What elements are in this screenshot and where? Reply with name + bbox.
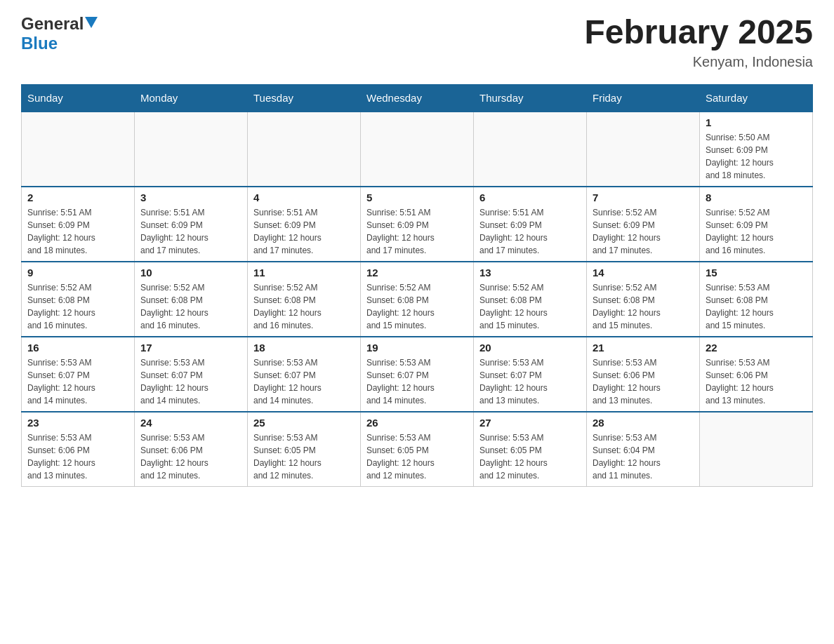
day-number: 10 [140, 267, 241, 279]
day-info: Sunrise: 5:52 AMSunset: 6:08 PMDaylight:… [140, 281, 241, 332]
day-info: Sunrise: 5:53 AMSunset: 6:06 PMDaylight:… [140, 431, 241, 482]
calendar-cell: 1Sunrise: 5:50 AMSunset: 6:09 PMDaylight… [700, 112, 813, 187]
calendar-cell [135, 112, 248, 187]
logo-blue-text: Blue [21, 34, 58, 53]
day-info: Sunrise: 5:53 AMSunset: 6:07 PMDaylight:… [479, 356, 581, 407]
day-info: Sunrise: 5:52 AMSunset: 6:09 PMDaylight:… [706, 206, 807, 257]
day-info: Sunrise: 5:53 AMSunset: 6:07 PMDaylight:… [27, 356, 128, 407]
calendar-cell: 25Sunrise: 5:53 AMSunset: 6:05 PMDayligh… [248, 412, 361, 487]
day-number: 15 [706, 267, 807, 279]
day-info: Sunrise: 5:52 AMSunset: 6:09 PMDaylight:… [593, 206, 694, 257]
day-info: Sunrise: 5:53 AMSunset: 6:06 PMDaylight:… [27, 431, 128, 482]
day-number: 20 [479, 342, 581, 354]
column-header-wednesday: Wednesday [361, 84, 474, 112]
day-info: Sunrise: 5:53 AMSunset: 6:06 PMDaylight:… [593, 356, 694, 407]
day-number: 24 [140, 417, 241, 429]
page-header: General Blue February 2025 Kenyam, Indon… [21, 14, 813, 70]
calendar-cell: 21Sunrise: 5:53 AMSunset: 6:06 PMDayligh… [587, 337, 700, 412]
column-header-thursday: Thursday [474, 84, 587, 112]
page-subtitle: Kenyam, Indonesia [584, 54, 813, 70]
day-info: Sunrise: 5:52 AMSunset: 6:08 PMDaylight:… [366, 281, 468, 332]
calendar-cell [700, 412, 813, 487]
day-number: 23 [27, 417, 128, 429]
day-info: Sunrise: 5:53 AMSunset: 6:04 PMDaylight:… [593, 431, 694, 482]
day-info: Sunrise: 5:50 AMSunset: 6:09 PMDaylight:… [706, 131, 807, 182]
calendar-cell: 17Sunrise: 5:53 AMSunset: 6:07 PMDayligh… [135, 337, 248, 412]
calendar-table: SundayMondayTuesdayWednesdayThursdayFrid… [21, 84, 813, 487]
day-info: Sunrise: 5:51 AMSunset: 6:09 PMDaylight:… [253, 206, 355, 257]
calendar-cell: 6Sunrise: 5:51 AMSunset: 6:09 PMDaylight… [474, 187, 587, 262]
calendar-cell: 19Sunrise: 5:53 AMSunset: 6:07 PMDayligh… [361, 337, 474, 412]
calendar-cell: 12Sunrise: 5:52 AMSunset: 6:08 PMDayligh… [361, 262, 474, 337]
day-number: 18 [253, 342, 355, 354]
calendar-cell [22, 112, 135, 187]
day-number: 5 [366, 192, 468, 203]
day-number: 9 [27, 267, 128, 279]
day-number: 1 [706, 116, 807, 128]
calendar-week-row: 1Sunrise: 5:50 AMSunset: 6:09 PMDaylight… [22, 112, 813, 187]
calendar-cell: 18Sunrise: 5:53 AMSunset: 6:07 PMDayligh… [248, 337, 361, 412]
day-number: 28 [593, 417, 694, 429]
calendar-cell: 2Sunrise: 5:51 AMSunset: 6:09 PMDaylight… [22, 187, 135, 262]
day-number: 12 [366, 267, 468, 279]
day-number: 26 [366, 417, 468, 429]
calendar-cell: 8Sunrise: 5:52 AMSunset: 6:09 PMDaylight… [700, 187, 813, 262]
day-number: 21 [593, 342, 694, 354]
day-number: 17 [140, 342, 241, 354]
day-number: 4 [253, 192, 355, 203]
calendar-cell [248, 112, 361, 187]
calendar-header-row: SundayMondayTuesdayWednesdayThursdayFrid… [22, 84, 813, 112]
column-header-sunday: Sunday [22, 84, 135, 112]
day-info: Sunrise: 5:53 AMSunset: 6:07 PMDaylight:… [366, 356, 468, 407]
day-info: Sunrise: 5:52 AMSunset: 6:08 PMDaylight:… [479, 281, 581, 332]
column-header-monday: Monday [135, 84, 248, 112]
calendar-cell: 13Sunrise: 5:52 AMSunset: 6:08 PMDayligh… [474, 262, 587, 337]
day-info: Sunrise: 5:51 AMSunset: 6:09 PMDaylight:… [479, 206, 581, 257]
calendar-cell: 5Sunrise: 5:51 AMSunset: 6:09 PMDaylight… [361, 187, 474, 262]
day-info: Sunrise: 5:53 AMSunset: 6:08 PMDaylight:… [706, 281, 807, 332]
day-info: Sunrise: 5:51 AMSunset: 6:09 PMDaylight:… [140, 206, 241, 257]
calendar-cell: 26Sunrise: 5:53 AMSunset: 6:05 PMDayligh… [361, 412, 474, 487]
logo-general-text: General [21, 14, 84, 34]
day-number: 2 [27, 192, 128, 203]
calendar-cell: 24Sunrise: 5:53 AMSunset: 6:06 PMDayligh… [135, 412, 248, 487]
day-info: Sunrise: 5:53 AMSunset: 6:05 PMDaylight:… [366, 431, 468, 482]
logo-triangle-icon [85, 17, 98, 31]
day-number: 6 [479, 192, 581, 203]
calendar-cell: 14Sunrise: 5:52 AMSunset: 6:08 PMDayligh… [587, 262, 700, 337]
day-number: 27 [479, 417, 581, 429]
column-header-tuesday: Tuesday [248, 84, 361, 112]
logo: General Blue [21, 14, 98, 53]
svg-marker-0 [85, 17, 98, 28]
day-info: Sunrise: 5:53 AMSunset: 6:05 PMDaylight:… [253, 431, 355, 482]
calendar-cell: 9Sunrise: 5:52 AMSunset: 6:08 PMDaylight… [22, 262, 135, 337]
day-info: Sunrise: 5:51 AMSunset: 6:09 PMDaylight:… [27, 206, 128, 257]
calendar-cell: 4Sunrise: 5:51 AMSunset: 6:09 PMDaylight… [248, 187, 361, 262]
day-number: 25 [253, 417, 355, 429]
day-info: Sunrise: 5:53 AMSunset: 6:07 PMDaylight:… [140, 356, 241, 407]
calendar-week-row: 23Sunrise: 5:53 AMSunset: 6:06 PMDayligh… [22, 412, 813, 487]
calendar-cell: 15Sunrise: 5:53 AMSunset: 6:08 PMDayligh… [700, 262, 813, 337]
calendar-cell: 28Sunrise: 5:53 AMSunset: 6:04 PMDayligh… [587, 412, 700, 487]
calendar-cell: 27Sunrise: 5:53 AMSunset: 6:05 PMDayligh… [474, 412, 587, 487]
calendar-cell [474, 112, 587, 187]
calendar-week-row: 16Sunrise: 5:53 AMSunset: 6:07 PMDayligh… [22, 337, 813, 412]
day-number: 14 [593, 267, 694, 279]
calendar-cell: 20Sunrise: 5:53 AMSunset: 6:07 PMDayligh… [474, 337, 587, 412]
column-header-saturday: Saturday [700, 84, 813, 112]
day-number: 8 [706, 192, 807, 203]
page-title: February 2025 [584, 14, 813, 51]
calendar-cell: 23Sunrise: 5:53 AMSunset: 6:06 PMDayligh… [22, 412, 135, 487]
calendar-cell: 7Sunrise: 5:52 AMSunset: 6:09 PMDaylight… [587, 187, 700, 262]
calendar-week-row: 9Sunrise: 5:52 AMSunset: 6:08 PMDaylight… [22, 262, 813, 337]
day-info: Sunrise: 5:51 AMSunset: 6:09 PMDaylight:… [366, 206, 468, 257]
calendar-cell [587, 112, 700, 187]
day-number: 7 [593, 192, 694, 203]
day-info: Sunrise: 5:52 AMSunset: 6:08 PMDaylight:… [27, 281, 128, 332]
day-number: 3 [140, 192, 241, 203]
calendar-cell: 16Sunrise: 5:53 AMSunset: 6:07 PMDayligh… [22, 337, 135, 412]
day-number: 19 [366, 342, 468, 354]
calendar-cell: 11Sunrise: 5:52 AMSunset: 6:08 PMDayligh… [248, 262, 361, 337]
calendar-cell: 10Sunrise: 5:52 AMSunset: 6:08 PMDayligh… [135, 262, 248, 337]
calendar-cell: 22Sunrise: 5:53 AMSunset: 6:06 PMDayligh… [700, 337, 813, 412]
